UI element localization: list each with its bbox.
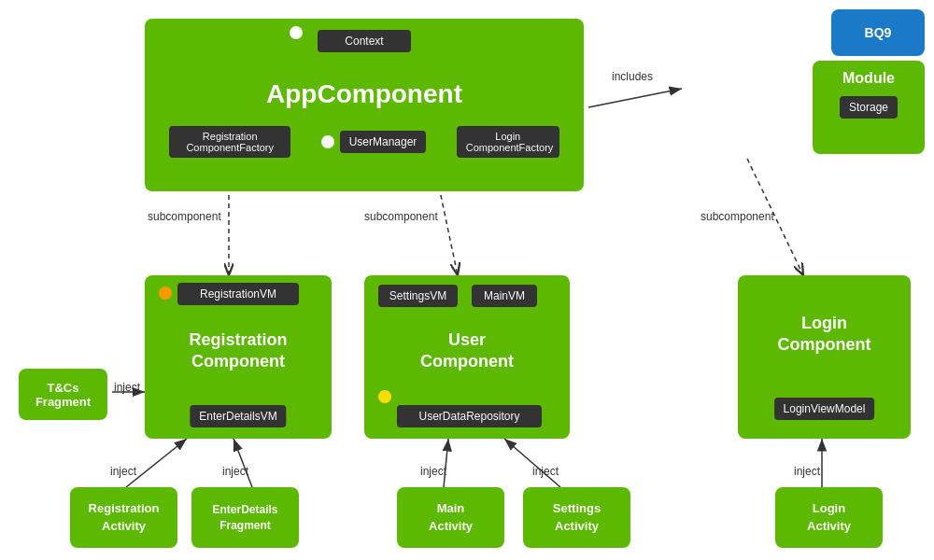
user-manager-box: UserManager [340,131,427,153]
svg-line-8 [444,439,448,487]
registration-component-box: RegistrationVM Registration Component En… [145,275,332,439]
circle-yellow [378,390,391,403]
circle-white-usermanager [321,135,334,148]
user-component-box: SettingsVM MainVM User Component UserDat… [364,275,570,439]
user-data-repository-box: UserDataRepository [397,405,542,427]
svg-line-1 [588,89,682,107]
logo-text: BQ9 [865,25,892,40]
registration-component-title: Registration Component [154,329,322,373]
registration-factory-box: Registration ComponentFactory [169,126,290,158]
registration-activity-box: Registration Activity [70,487,177,548]
svg-line-3 [439,187,458,275]
enter-details-fragment-box: EnterDetails Fragment [191,487,299,548]
inject-label-main: inject [420,465,446,478]
diagram-container: Context AppComponent Registration Compon… [0,0,934,560]
login-component-box: Login Component LoginViewModel [738,275,911,439]
context-box: Context [318,30,411,52]
inject-label-login: inject [794,465,820,478]
circle-white-context [290,26,303,39]
subcomponent-label-3: subcomponent [700,210,774,223]
login-view-model-box: LoginViewModel [774,398,875,420]
user-component-title: User Component [374,329,560,373]
module-box: Module Storage [813,61,925,154]
login-component-title: Login Component [747,313,901,357]
circle-orange [159,287,172,300]
inject-label-settings: inject [532,465,559,478]
login-activity-box: Login Activity [775,487,883,548]
inject-label-enter: inject [222,465,248,478]
enter-details-vm-box: EnterDetailsVM [190,405,286,427]
settings-activity-box: Settings Activity [523,487,630,548]
logo-box: BQ9 [831,9,925,56]
subcomponent-label-2: subcomponent [364,210,438,223]
svg-line-9 [504,439,560,487]
app-component-box: Context AppComponent Registration Compon… [145,19,584,191]
tcs-fragment-box: T&Cs Fragment [19,369,107,420]
main-activity-box: Main Activity [397,487,504,548]
login-factory-box: Login ComponentFactory [457,126,559,158]
settings-vm-box: SettingsVM [378,285,458,307]
storage-box: Storage [840,96,898,119]
inject-label-tcs: inject [114,381,140,394]
includes-label: includes [612,70,653,83]
module-title: Module [842,70,895,87]
subcomponent-label-1: subcomponent [148,210,221,223]
inject-label-reg: inject [110,465,136,478]
main-vm-box: MainVM [472,285,537,307]
app-component-title: AppComponent [154,79,574,109]
svg-line-7 [234,439,252,487]
svg-line-6 [126,439,187,487]
registration-vm-box: RegistrationVM [177,283,299,305]
